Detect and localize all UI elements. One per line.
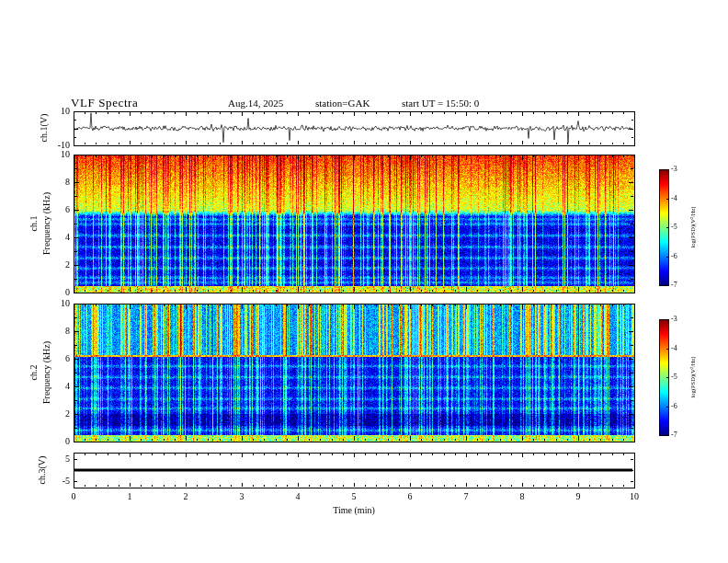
colorbar2-tick-label: -7	[671, 431, 677, 439]
ch1-spectrogram-ytick-label: 4	[44, 233, 70, 242]
ch1-spectrogram-ytick-label: 8	[44, 178, 70, 187]
ch1-spectrogram-ytick-label: 0	[44, 288, 70, 297]
spectra-plot-canvas	[0, 0, 728, 563]
ch1-waveform-ytick-label: 10	[44, 107, 70, 116]
header-start-ut: start UT = 15:50: 0	[402, 98, 479, 109]
colorbar2-tick-label: -4	[671, 345, 677, 352]
ch1-waveform-ylabel: ch.1(V)	[39, 114, 49, 143]
ch3-waveform-ytick-label: 5	[44, 454, 70, 464]
ch2-spectrogram-ytick-label: 0	[44, 437, 70, 446]
time-axis-label: Time (min)	[333, 505, 374, 515]
x-tick-label: 7	[464, 492, 469, 501]
colorbar1-tick-label: -7	[671, 282, 677, 289]
ch2-spectrogram-ytick-label: 4	[44, 382, 70, 391]
colorbar1-tick-label: -3	[671, 166, 677, 173]
x-tick-label: 3	[240, 492, 245, 501]
colorbar1-tick-label: -4	[671, 195, 677, 202]
x-tick-label: 10	[630, 492, 639, 501]
ch1-spectrogram-ytick-label: 2	[44, 260, 70, 270]
ch1-spectrogram-ylabel-channel: ch.1	[28, 216, 39, 232]
ch1-spectrogram-ylabel-frequency: Frequency (kHz)	[41, 192, 51, 255]
x-tick-label: 2	[184, 492, 188, 501]
x-tick-label: 6	[408, 492, 413, 501]
x-tick-label: 5	[352, 492, 357, 501]
ch3-waveform-ytick-label: -5	[44, 477, 70, 486]
vlf-spectra-page: VLF Spectra Aug.14, 2025 station=GAK sta…	[0, 0, 728, 563]
x-tick-label: 1	[128, 492, 132, 501]
ch2-spectrogram-ytick-label: 6	[44, 354, 70, 363]
ch2-spectrogram-ylabel-frequency: Frequency (kHz)	[41, 341, 51, 404]
ch2-spectrogram-ytick-label: 8	[44, 327, 70, 336]
colorbar2-label: log(PSD)(V²/Hz)	[689, 357, 696, 398]
colorbar1-tick-label: -6	[671, 253, 677, 260]
ch1-spectrogram-ytick-label: 6	[44, 205, 70, 214]
colorbar1-tick-label: -5	[671, 224, 677, 231]
plot-title: VLF Spectra	[71, 96, 138, 110]
x-tick-label: 4	[296, 492, 301, 501]
colorbar1-label: log(PSD)(V²/Hz)	[689, 207, 696, 248]
x-tick-label: 8	[520, 492, 525, 501]
colorbar2-tick-label: -3	[671, 316, 677, 323]
ch2-spectrogram-ytick-label: 10	[44, 299, 70, 308]
ch1-spectrogram-ytick-label: 10	[44, 150, 70, 159]
ch2-spectrogram-ylabel-channel: ch.2	[28, 365, 39, 381]
x-tick-label: 9	[576, 492, 581, 501]
header-station: station=GAK	[315, 98, 370, 109]
ch2-spectrogram-ytick-label: 2	[44, 409, 70, 419]
x-tick-label: 0	[72, 492, 76, 501]
colorbar2-tick-label: -6	[671, 403, 677, 410]
header-date: Aug.14, 2025	[228, 98, 283, 109]
colorbar2-tick-label: -5	[671, 373, 677, 381]
